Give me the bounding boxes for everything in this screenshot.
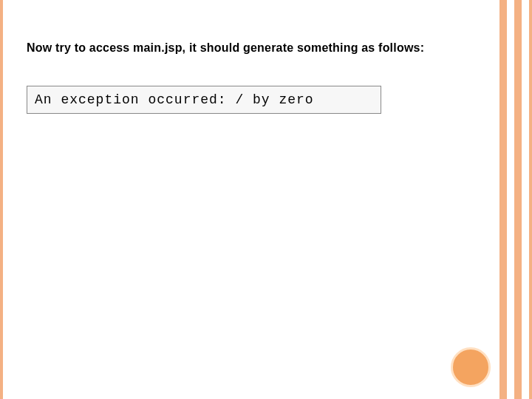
decorative-stripe-right [529,0,532,399]
slide-content: Now try to access main.jsp, it should ge… [27,41,488,114]
decorative-stripe-inner-left [499,0,507,399]
decorative-stripe-inner-right [514,0,522,399]
decorative-circle-icon [451,347,491,387]
code-output-box: An exception occurred: / by zero [27,86,381,114]
decorative-stripe-left [0,0,3,399]
instruction-text: Now try to access main.jsp, it should ge… [27,41,488,55]
